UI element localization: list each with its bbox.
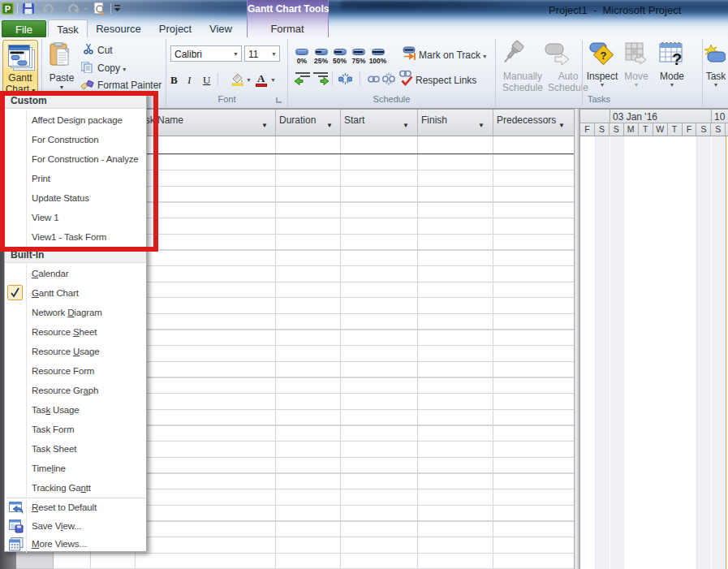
svg-text:P: P xyxy=(5,4,11,14)
svg-text:?: ? xyxy=(672,50,682,67)
svg-text:?: ? xyxy=(601,50,607,62)
